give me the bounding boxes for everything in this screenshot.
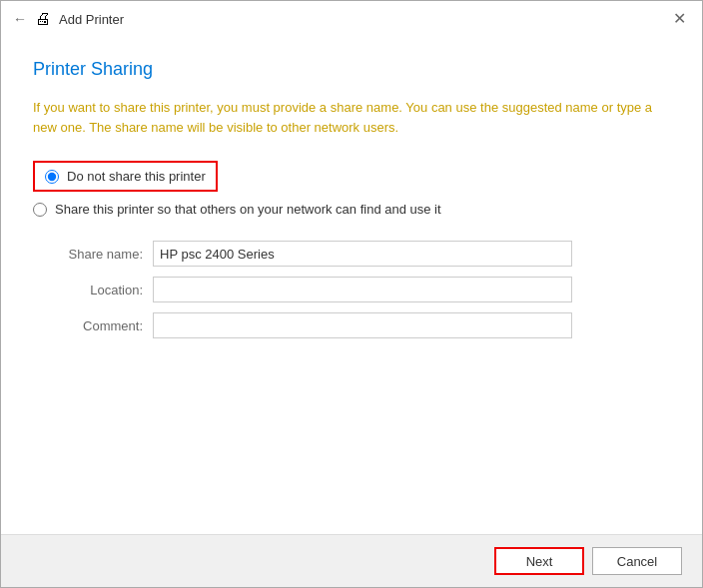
share-label-link: it (434, 202, 441, 217)
add-printer-window: ← 🖨 Add Printer ✕ Printer Sharing If you… (0, 0, 703, 588)
printer-icon: 🖨 (35, 10, 51, 28)
share-label-text: Share this printer so that others on you… (55, 202, 434, 217)
comment-row: Comment: (53, 312, 670, 338)
form-fields: Share name: Location: Comment: (33, 241, 670, 338)
share-label[interactable]: Share this printer so that others on you… (55, 202, 441, 217)
location-input[interactable] (153, 277, 572, 302)
back-button[interactable]: ← (13, 11, 27, 27)
description-text: If you want to share this printer, you m… (33, 98, 670, 137)
comment-label: Comment: (53, 318, 143, 333)
no-share-radio[interactable] (45, 170, 59, 184)
title-bar-left: ← 🖨 Add Printer (13, 10, 124, 28)
section-title: Printer Sharing (33, 59, 670, 80)
share-name-input[interactable] (153, 241, 572, 267)
radio-group: Do not share this printer Share this pri… (33, 161, 670, 217)
location-label: Location: (53, 283, 143, 297)
share-name-label: Share name: (53, 247, 143, 262)
next-button[interactable]: Next (494, 547, 584, 575)
content-area: Printer Sharing If you want to share thi… (1, 35, 702, 534)
share-name-row: Share name: (53, 241, 670, 267)
no-share-label[interactable]: Do not share this printer (67, 169, 206, 184)
location-row: Location: (53, 277, 670, 302)
window-title: Add Printer (59, 12, 124, 27)
footer: Next Cancel (1, 534, 702, 587)
title-bar: ← 🖨 Add Printer ✕ (1, 1, 702, 35)
comment-input[interactable] (153, 312, 572, 338)
cancel-button[interactable]: Cancel (592, 547, 682, 575)
no-share-option[interactable]: Do not share this printer (33, 161, 218, 192)
share-radio[interactable] (33, 203, 47, 217)
share-option[interactable]: Share this printer so that others on you… (33, 202, 670, 217)
close-button[interactable]: ✕ (669, 9, 690, 29)
